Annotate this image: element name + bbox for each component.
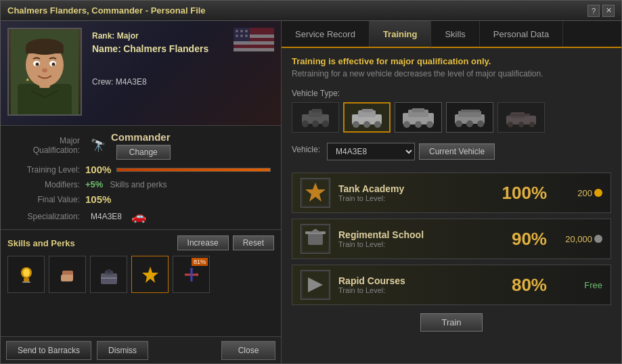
vehicle-type-spg[interactable] [497,102,545,133]
svg-rect-6 [26,47,64,53]
svg-point-10 [52,62,55,66]
gold-coin-icon [594,189,602,197]
rapid-sub: Train to Level: [338,286,491,294]
skill-icon-arrows[interactable]: 81% [173,256,210,293]
change-qualification-button[interactable]: Change [116,145,171,160]
main-window: Chalmers Flanders, Commander - Personal … [0,0,622,364]
close-window-button[interactable]: ✕ [602,5,615,17]
svg-point-44 [322,120,329,127]
tank-icon: 🚗 [131,209,146,224]
stats-section: MajorQualification: 🔭 Commander Change T… [1,126,281,229]
svg-rect-65 [510,114,530,116]
left-panel: Rank: Major Name: Chalmers Flanders Crew… [1,21,282,363]
flag-decoration [234,28,274,68]
vehicle-type-section: Vehicle Type: [292,89,611,133]
binoculars-icon: 🔭 [91,138,106,153]
school-name: Regimental School [338,229,491,240]
svg-point-54 [403,121,410,128]
training-level-row: Training Level: 100% [11,164,271,175]
title-controls: ? ✕ [587,5,615,17]
skills-section: Skills and Perks Increase Reset [1,229,281,336]
rapid-cost: Free [555,280,602,290]
skill-icon-lightbulb[interactable] [7,256,45,293]
vehicle-picker: M4A3E8 Current Vehicle [327,143,495,160]
final-value-row: Final Value: 105% [11,194,271,205]
svg-point-61 [466,120,473,127]
school-sub: Train to Level: [338,240,491,248]
svg-rect-41 [312,109,321,112]
increase-button[interactable]: Increase [177,235,229,250]
svg-point-62 [477,120,484,127]
training-notice: Training is effective for major qualific… [292,56,611,66]
academy-pct: 100% [499,183,547,204]
final-value: 105% [85,194,111,205]
training-options: Tank Academy Train to Level: 100% 200 [292,173,611,305]
skills-icons: 81% [7,256,274,293]
spec-label: Specialization: [11,212,85,221]
academy-info: Tank Academy Train to Level: [338,183,491,202]
right-panel: Service Record Training Skills Personal … [282,21,621,363]
academy-sub: Train to Level: [338,194,491,202]
vehicle-select[interactable]: M4A3E8 [327,143,415,160]
vehicle-type-medium[interactable] [343,102,391,133]
content-area: Rank: Major Name: Chalmers Flanders Crew… [1,21,621,363]
svg-point-9 [36,62,39,66]
help-button[interactable]: ? [587,5,600,17]
qualification-row: MajorQualification: 🔭 Commander Change [11,131,271,160]
vehicle-type-heavy[interactable] [395,102,442,133]
modifiers-row: Modifiers: +5% Skills and perks [11,179,271,189]
qual-name: Commander [111,131,171,143]
skill-icon-toolbox[interactable] [90,256,127,293]
svg-point-49 [363,121,370,128]
svg-rect-28 [61,275,65,281]
vehicle-type-icons [292,102,611,133]
tab-service-record[interactable]: Service Record [282,21,370,47]
svg-point-20 [236,35,238,37]
svg-point-25 [23,269,30,277]
training-bar-fill [117,168,270,171]
training-bar-container [116,168,271,172]
rapid-pct: 80% [499,275,547,296]
skills-title: Skills and Perks [7,238,75,248]
svg-rect-59 [461,110,480,112]
reset-button[interactable]: Reset [233,235,274,250]
tab-training[interactable]: Training [370,21,432,48]
svg-point-48 [353,121,359,128]
modifiers-label: Modifiers: [11,180,85,189]
school-icon [301,224,330,254]
tab-personal-data[interactable]: Personal Data [480,21,563,47]
svg-marker-37 [197,273,198,277]
svg-rect-29 [62,271,73,275]
training-bar [116,168,271,172]
crew-value: M4A3E8 [116,77,147,87]
skill-icon-star[interactable] [131,256,169,293]
vehicle-type-td[interactable] [446,102,493,133]
send-to-barracks-button[interactable]: Send to Barracks [6,341,91,360]
tabs: Service Record Training Skills Personal … [282,21,621,48]
name-value: Chalmers Flanders [123,43,208,54]
training-option-rapid[interactable]: Rapid Courses Train to Level: 80% Free [292,265,611,305]
tab-skills[interactable]: Skills [431,21,479,47]
training-label: Training Level: [11,165,85,175]
vehicle-section: Vehicle: M4A3E8 Current Vehicle [292,143,611,160]
name-label: Name: [92,43,121,54]
school-info: Regimental School Train to Level: [338,229,491,248]
skills-header: Skills and Perks Increase Reset [7,235,274,250]
rapid-info: Rapid Courses Train to Level: [338,275,491,294]
skill-icon-fist[interactable] [49,256,86,293]
school-pct: 90% [499,229,547,250]
train-button[interactable]: Train [420,313,482,332]
crew-line: Crew: M4A3E8 [92,77,208,87]
svg-point-68 [529,122,535,127]
training-option-school[interactable]: Regimental School Train to Level: 90% 20… [292,219,611,259]
svg-point-19 [245,30,248,32]
training-option-academy[interactable]: Tank Academy Train to Level: 100% 200 [292,173,611,213]
close-button[interactable]: Close [221,341,275,360]
training-sub-notice: Retraining for a new vehicle decreases t… [292,69,611,78]
svg-point-60 [456,120,462,127]
rapid-cost-value: Free [584,280,602,290]
current-vehicle-button[interactable]: Current Vehicle [419,143,495,160]
vehicle-type-light[interactable] [292,102,339,133]
dismiss-button[interactable]: Dismiss [97,341,148,360]
svg-point-56 [426,121,433,128]
